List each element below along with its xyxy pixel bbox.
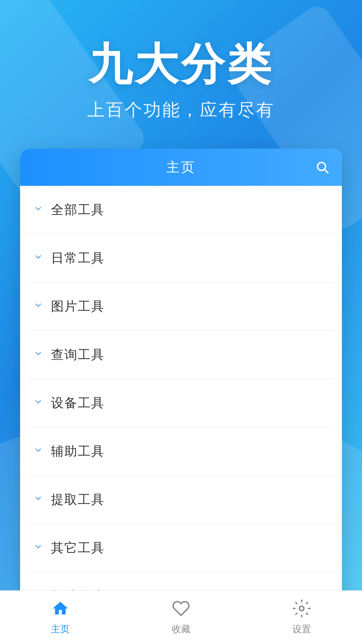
menu-item-label-8: 其它工具 (51, 539, 105, 556)
chevron-icon-8 (34, 542, 43, 554)
chevron-icon-4 (34, 348, 43, 361)
menu-item-extract-tools[interactable]: 提取工具 (27, 476, 335, 524)
menu-item-assist-tools[interactable]: 辅助工具 (27, 427, 335, 476)
chevron-icon-6 (34, 445, 43, 458)
main-title: 九大分类 (0, 40, 362, 88)
settings-icon (293, 599, 311, 620)
menu-item-other-tools[interactable]: 其它工具 (27, 524, 335, 572)
tab-favorites-label: 收藏 (172, 623, 190, 636)
menu-item-all-tools[interactable]: 全部工具 (27, 186, 335, 234)
menu-item-device-tools[interactable]: 设备工具 (27, 379, 335, 427)
tab-home[interactable]: 主页 (0, 599, 121, 636)
chevron-icon-2 (34, 252, 43, 264)
menu-item-label-2: 日常工具 (51, 250, 105, 267)
svg-line-1 (324, 169, 328, 173)
sub-title: 上百个功能，应有尽有 (0, 98, 362, 122)
tab-settings[interactable]: 设置 (241, 599, 362, 636)
menu-item-label-3: 图片工具 (51, 298, 105, 315)
tab-bar: 主页 收藏 设置 (0, 590, 362, 644)
search-button[interactable] (315, 160, 330, 175)
chevron-icon-5 (34, 397, 43, 409)
menu-item-image-tools[interactable]: 图片工具 (27, 282, 335, 331)
card-header-title: 主页 (166, 158, 196, 176)
tab-home-label: 主页 (51, 623, 70, 636)
menu-item-label-7: 提取工具 (51, 491, 105, 508)
menu-item-label-4: 查询工具 (51, 346, 105, 363)
chevron-icon-1 (34, 204, 43, 216)
menu-item-label-5: 设备工具 (51, 394, 105, 412)
svg-point-2 (299, 606, 304, 611)
heart-icon (172, 599, 190, 620)
card-header: 主页 (20, 149, 342, 186)
tab-settings-label: 设置 (292, 623, 311, 636)
chevron-icon-3 (34, 300, 43, 313)
home-icon (51, 599, 69, 620)
tab-favorites[interactable]: 收藏 (121, 599, 241, 636)
menu-list: 全部工具 日常工具 图片工具 查询工具 (20, 186, 342, 620)
menu-item-daily-tools[interactable]: 日常工具 (27, 234, 335, 282)
menu-item-label-1: 全部工具 (51, 201, 105, 218)
chevron-icon-7 (34, 493, 43, 506)
main-card: 主页 全部工具 日常工具 (20, 149, 342, 620)
menu-item-label-6: 辅助工具 (51, 443, 105, 460)
header-area: 九大分类 上百个功能，应有尽有 (0, 0, 362, 122)
menu-item-query-tools[interactable]: 查询工具 (27, 331, 335, 379)
